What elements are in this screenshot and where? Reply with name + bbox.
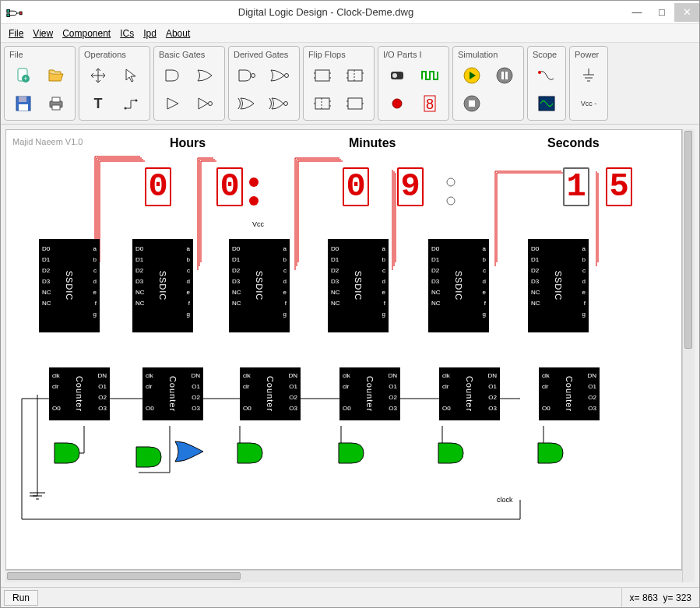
svg-point-16 bbox=[252, 74, 255, 78]
flipflop-2-icon[interactable] bbox=[339, 62, 371, 89]
or-gate-1[interactable] bbox=[174, 440, 205, 463]
counter-chip-3[interactable]: Counter clkclrO0 DNO1O2O3 bbox=[240, 367, 301, 420]
close-button[interactable]: ✕ bbox=[674, 3, 699, 22]
pause-icon[interactable] bbox=[489, 62, 520, 89]
save-file-icon[interactable] bbox=[8, 90, 39, 117]
pointer-icon[interactable] bbox=[115, 62, 146, 89]
probe-icon[interactable] bbox=[531, 62, 562, 89]
switch-icon[interactable] bbox=[382, 62, 413, 89]
toolgroup-power: Power Vcc - bbox=[569, 46, 608, 121]
section-hours: Hours bbox=[170, 136, 206, 150]
not-gate-icon[interactable] bbox=[190, 90, 221, 117]
cursor-coords: x= 863 y= 323 bbox=[621, 588, 699, 607]
xnor-gate-icon[interactable] bbox=[265, 90, 296, 117]
move-icon[interactable] bbox=[83, 62, 114, 89]
statusbar: Run x= 863 y= 323 bbox=[1, 587, 699, 607]
ssdic-chip-4[interactable]: SSDIC D0D1D2D3NCNC abcdefg bbox=[328, 239, 389, 332]
svg-rect-11 bbox=[52, 105, 60, 110]
print-icon[interactable] bbox=[40, 90, 72, 117]
menu-ipd[interactable]: Ipd bbox=[140, 28, 160, 39]
flipflop-1-icon[interactable] bbox=[307, 62, 338, 89]
colon-1-icon bbox=[248, 173, 263, 212]
and-gate-2[interactable] bbox=[135, 445, 163, 469]
svg-point-58 bbox=[447, 197, 455, 205]
titlebar: Digital Logic Design - Clock-Deme.dwg — … bbox=[1, 1, 699, 24]
oscilloscope-icon[interactable] bbox=[531, 90, 562, 117]
svg-point-14 bbox=[135, 100, 138, 102]
ssdic-chip-3[interactable]: SSDIC D0D1D2D3NCNC abcdefg bbox=[229, 239, 290, 332]
svg-point-57 bbox=[447, 178, 455, 186]
vcc-icon[interactable]: Vcc - bbox=[573, 90, 604, 117]
toolgroup-flip-flops: Flip Flops bbox=[303, 46, 375, 121]
counter-chip-6[interactable]: Counter clkclrO0 DNO1O2O3 bbox=[539, 367, 600, 420]
and-gate-4[interactable] bbox=[337, 441, 365, 465]
menu-about[interactable]: About bbox=[163, 28, 193, 39]
and-gate-3[interactable] bbox=[236, 441, 264, 465]
svg-text:+: + bbox=[23, 75, 27, 83]
menu-component[interactable]: Component bbox=[59, 28, 114, 39]
flipflop-4-icon[interactable] bbox=[339, 90, 371, 117]
and-gate-6[interactable] bbox=[536, 441, 565, 465]
svg-point-55 bbox=[249, 177, 259, 187]
and-gate-1[interactable] bbox=[53, 441, 81, 465]
text-icon[interactable]: T bbox=[83, 90, 114, 117]
svg-point-18 bbox=[284, 102, 288, 106]
toolgroup-derived-gates: Derived Gates bbox=[228, 46, 300, 121]
toolgroup-file: File + bbox=[4, 46, 76, 121]
nor-gate-icon[interactable] bbox=[265, 62, 296, 89]
xor-gate-icon[interactable] bbox=[232, 90, 263, 117]
svg-point-17 bbox=[285, 74, 289, 78]
and-gate-5[interactable] bbox=[437, 441, 465, 465]
stop-icon[interactable] bbox=[456, 90, 487, 117]
ssdic-chip-2[interactable]: SSDIC D0D1D2D3NCNC abcdefg bbox=[132, 239, 193, 332]
menu-file[interactable]: File bbox=[5, 28, 26, 39]
svg-rect-10 bbox=[52, 97, 60, 102]
svg-text:T: T bbox=[94, 96, 103, 111]
seven-segment-icon[interactable]: 8 bbox=[414, 90, 445, 117]
svg-point-39 bbox=[392, 73, 397, 78]
and-gate-icon[interactable] bbox=[157, 62, 188, 89]
buffer-gate-icon[interactable] bbox=[157, 90, 188, 117]
or-gate-icon[interactable] bbox=[190, 62, 221, 89]
clock-signal-icon[interactable] bbox=[414, 62, 445, 89]
ssdic-chip-1[interactable]: SSDIC D0D1D2D3NCNC abcdefg bbox=[39, 239, 100, 332]
maximize-button[interactable]: □ bbox=[649, 3, 674, 22]
new-file-icon[interactable]: + bbox=[8, 62, 39, 89]
svg-rect-34 bbox=[348, 98, 362, 109]
schematic-canvas[interactable]: Majid Naeem V1.0 Hours Minutes Seconds V… bbox=[5, 129, 682, 570]
window-title: Digital Logic Design - Clock-Deme.dwg bbox=[27, 6, 624, 18]
menu-ics[interactable]: ICs bbox=[117, 28, 137, 39]
clock-label: clock bbox=[497, 496, 513, 504]
svg-rect-7 bbox=[19, 97, 26, 102]
svg-rect-1 bbox=[7, 13, 10, 16]
menubar: File View Component ICs Ipd About bbox=[1, 24, 699, 43]
led-icon[interactable] bbox=[382, 90, 413, 117]
counter-chip-2[interactable]: Counter clkclrO0 DNO1O2O3 bbox=[142, 367, 203, 420]
counter-chip-5[interactable]: Counter clkclrO0 DNO1O2O3 bbox=[439, 367, 500, 420]
digit-minutes-tens: 0 bbox=[343, 167, 369, 206]
ssdic-chip-5[interactable]: SSDIC D0D1D2D3NCNC abcdefg bbox=[428, 239, 489, 332]
menu-view[interactable]: View bbox=[30, 28, 56, 39]
ssdic-chip-6[interactable]: SSDIC D0D1D2D3NCNC abcdefg bbox=[528, 239, 589, 332]
toolgroup-simulation: Simulation bbox=[452, 46, 524, 121]
vertical-scrollbar[interactable] bbox=[682, 129, 695, 582]
ground-icon[interactable] bbox=[573, 62, 604, 89]
wire-icon[interactable] bbox=[115, 90, 146, 117]
play-icon[interactable] bbox=[456, 62, 487, 89]
flipflop-3-icon[interactable] bbox=[307, 90, 338, 117]
open-file-icon[interactable] bbox=[40, 62, 72, 89]
toolbar: File + Operations T Basic Gates Derived … bbox=[1, 43, 699, 125]
svg-rect-48 bbox=[469, 100, 475, 107]
credit-label: Majid Naeem V1.0 bbox=[12, 136, 83, 147]
svg-point-13 bbox=[125, 107, 127, 110]
svg-point-56 bbox=[249, 196, 259, 206]
counter-chip-1[interactable]: Counter clkclrO0 DNO1O2O3 bbox=[49, 367, 110, 420]
svg-rect-0 bbox=[7, 9, 10, 12]
svg-point-44 bbox=[497, 68, 512, 83]
toolgroup-operations: Operations T bbox=[79, 46, 150, 121]
vcc-label: Vcc bbox=[252, 220, 264, 228]
minimize-button[interactable]: — bbox=[624, 3, 649, 22]
horizontal-scrollbar[interactable] bbox=[5, 570, 682, 582]
counter-chip-4[interactable]: Counter clkclrO0 DNO1O2O3 bbox=[339, 367, 400, 420]
nand-gate-icon[interactable] bbox=[232, 62, 263, 89]
